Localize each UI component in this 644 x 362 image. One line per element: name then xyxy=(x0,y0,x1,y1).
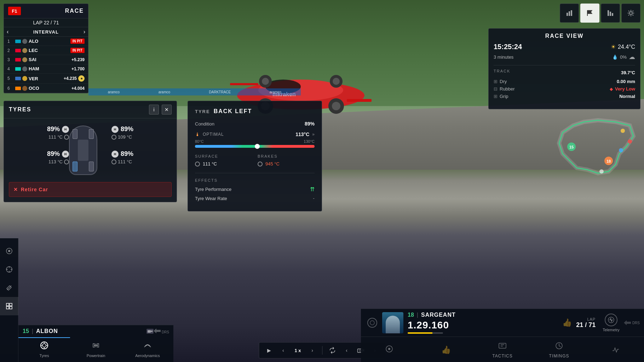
tab-powertrain[interactable]: Powertrain xyxy=(70,337,122,362)
rain-icon: 💧 xyxy=(612,54,618,60)
ad-boards: aramco aramco DARKTRACE aramco xyxy=(88,88,301,95)
loop-btn[interactable] xyxy=(327,345,338,356)
divider-1 xyxy=(322,346,323,355)
tactics-label: TACTICS xyxy=(492,354,512,358)
speed-label: 1 x xyxy=(292,348,304,353)
play-btn[interactable]: ▶ xyxy=(263,345,275,356)
surface-title: SURFACE xyxy=(195,154,252,158)
tyres-header: TYRES i ✕ xyxy=(4,101,177,118)
driver-gap-sai: +5.239 xyxy=(71,57,85,62)
svg-rect-3 xyxy=(347,99,372,102)
interval-prev-btn[interactable]: ‹ xyxy=(7,29,8,35)
condition-value: 89% xyxy=(305,121,315,127)
nav-gear-btn[interactable] xyxy=(621,4,640,23)
compound-rl: H xyxy=(62,151,69,158)
lap-indicator xyxy=(408,332,443,334)
nav-flag-btn[interactable] xyxy=(580,4,599,23)
effects-section: EFFECTS Tyre Performance ⇈ Tyre Wear Rat… xyxy=(195,173,315,201)
svg-point-27 xyxy=(628,139,632,144)
albon-number: 15 xyxy=(23,328,29,334)
surface-icon xyxy=(195,162,200,167)
driver-row-5: 5 VER +4.235 ★ xyxy=(4,74,88,84)
tab-tyres[interactable]: Tyres xyxy=(18,337,70,362)
dry-row: ⊞ Dry 0.00 mm xyxy=(494,79,635,84)
tyre-performance-label: Tyre Performance xyxy=(195,187,231,192)
compound-rr: H xyxy=(111,151,119,158)
flame-icon: 🌡 xyxy=(195,132,200,137)
track-temp: 39.7°C xyxy=(621,70,635,75)
sargeant-info: 18 | SARGEANT 1.29.160 xyxy=(408,312,558,334)
side-icon-tools[interactable] xyxy=(0,279,18,297)
driver-avatar-oco xyxy=(22,86,27,91)
sarg-tab-strategies[interactable] xyxy=(361,337,418,362)
driver-name-ham: HAM xyxy=(29,66,71,71)
tyre-rl-temp: 113 °C xyxy=(48,159,69,164)
rv-temp: 24.4°C xyxy=(618,44,635,50)
tyres-grid: 89% H 111 °C xyxy=(4,118,177,182)
telemetry-icon xyxy=(605,314,617,326)
brake-icon xyxy=(258,162,263,167)
telemetry-btn[interactable]: Telemetry xyxy=(603,314,620,332)
driver-name-alo: ALO xyxy=(29,39,70,44)
optimal-label: OPTIMAL xyxy=(203,132,293,137)
svg-rect-16 xyxy=(571,10,572,16)
albon-drs: DRS xyxy=(154,328,169,334)
svg-rect-33 xyxy=(6,303,9,306)
interval-next-btn[interactable]: › xyxy=(84,29,85,35)
side-icon-active[interactable] xyxy=(0,297,18,315)
track-map-container: 15 18 xyxy=(552,111,640,182)
tyre-rear-left: 89% H 113 °C xyxy=(9,150,69,175)
tyres-tab-label: Tyres xyxy=(40,354,49,358)
tyre-wear-row: Tyre Wear Rate - xyxy=(195,195,315,201)
dry-icon: ⊞ xyxy=(494,79,498,84)
temp-max-label: 130°C xyxy=(304,139,315,144)
temp-bar-container: 80°C 130°C xyxy=(195,139,315,148)
tyre-fr-percent: H 89% xyxy=(111,125,133,133)
tyre-rl-percent: 89% H xyxy=(47,150,69,158)
retire-car-btn[interactable]: ✕ Retire Car xyxy=(9,182,172,197)
driver-gap-oco: +4.004 xyxy=(71,86,85,91)
tyres-info-btn[interactable]: i xyxy=(149,105,159,115)
rewind-btn[interactable]: ‹ xyxy=(277,345,289,356)
portrait-silhouette xyxy=(386,316,400,333)
sargeant-bottom-tabs: 👍 TACTICS TIMINGS xyxy=(361,337,644,362)
nav-bar-chart-btn[interactable] xyxy=(601,4,620,23)
sarg-tab-timings[interactable]: TIMINGS xyxy=(531,337,587,362)
driver-row-4: 4 HAM +1.700 xyxy=(4,64,88,74)
cam-prev-btn[interactable]: ‹ xyxy=(341,345,352,356)
temp-circle-rr xyxy=(111,159,116,164)
side-icon-strategies[interactable] xyxy=(0,242,18,260)
svg-point-31 xyxy=(8,250,10,252)
tab-aerodynamics[interactable]: Aerodynamics xyxy=(122,337,173,362)
sarg-tab-thumb[interactable]: 👍 xyxy=(418,337,474,362)
car-body xyxy=(78,140,88,161)
tyre-wear-val: - xyxy=(313,195,315,201)
sargeant-lap-info: LAP 21 / 71 xyxy=(576,317,596,329)
svg-rect-19 xyxy=(610,12,611,16)
svg-point-21 xyxy=(629,12,632,14)
sarg-tab-tactics[interactable]: TACTICS xyxy=(474,337,531,362)
svg-rect-18 xyxy=(608,10,609,16)
sarg-tab-telemetry[interactable] xyxy=(587,337,644,362)
track-label: TRACK xyxy=(494,69,510,73)
optimal-temp: 113°C xyxy=(295,132,309,137)
surface-value-row: 111 °C xyxy=(195,161,252,167)
powertrain-tab-icon xyxy=(91,341,100,352)
tyre-fl-percent: 89% H xyxy=(47,125,69,133)
nav-chart-btn[interactable] xyxy=(560,4,579,23)
sargeant-drs: DRS xyxy=(624,320,640,325)
svg-point-28 xyxy=(619,148,623,152)
side-icon-tyres-nav[interactable] xyxy=(0,260,18,279)
track-header-row: TRACK 39.7°C xyxy=(494,69,635,76)
sargeant-name: SARGEANT xyxy=(421,312,558,318)
forward-btn[interactable]: › xyxy=(307,345,318,356)
driver-gap-ham: +1.700 xyxy=(71,66,85,71)
aero-tab-label: Aerodynamics xyxy=(135,354,160,358)
ver-indicator: ★ xyxy=(78,75,85,82)
temp-range-labels: 80°C 130°C xyxy=(195,139,315,144)
tyres-close-btn[interactable]: ✕ xyxy=(162,105,172,115)
svg-rect-34 xyxy=(10,303,12,306)
svg-point-40 xyxy=(42,344,46,347)
tyre-rr-temp: 111 °C xyxy=(111,159,132,164)
race-view-panel: RACE VIEW 15:25:24 ☀ 24.4°C 3 minutes 💧 … xyxy=(488,28,640,109)
